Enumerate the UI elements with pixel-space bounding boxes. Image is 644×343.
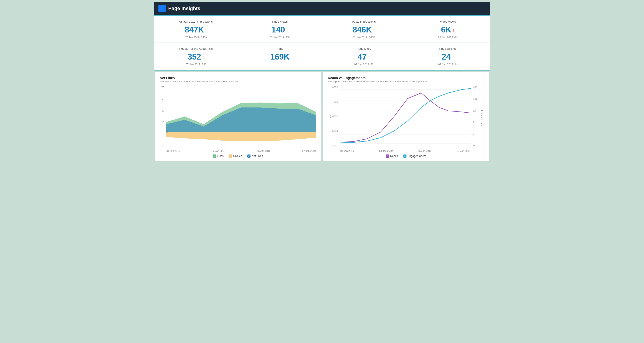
stat-card-1: Fans 169K: [238, 43, 322, 70]
page-header: f Page Insights: [154, 2, 490, 15]
stats-row-1: 08 Jan 2019: Impressions 847K↑ 07 Jan 20…: [154, 15, 490, 43]
trend-up-icon: ↑: [202, 54, 204, 60]
y-axis-label: 8K: [472, 121, 480, 124]
stat-value: 140↓: [243, 25, 318, 34]
y-axis-label: 12K: [472, 98, 480, 100]
page-container: f Page Insights 08 Jan 2019: Impressions…: [154, 2, 490, 162]
x-axis-label: 07 Jan 2019: [457, 150, 470, 152]
legend-swatch: ✓: [403, 154, 406, 158]
trend-down-icon: ↓: [452, 27, 455, 33]
stat-label: Posts Impressions: [326, 20, 401, 23]
trend-up-icon: ↑: [205, 27, 207, 33]
y-axis-label: 800K: [332, 86, 338, 89]
stat-number: 6K: [441, 25, 451, 34]
stat-prev: 07 Jan 2019: 336: [159, 63, 234, 66]
stat-label: Page Views: [243, 20, 318, 23]
x-axis-label: 05 Jan 2019: [418, 150, 432, 152]
stat-value: 24↑: [410, 52, 486, 61]
net-likes-chart-panel: – Net Likes Net likes shows the number o…: [155, 72, 321, 161]
y-axis-label: 70: [160, 86, 164, 89]
legend-label: Engaged Users: [408, 154, 426, 158]
stat-label: People Talking About This: [159, 47, 234, 50]
y-axis-label: 14K: [472, 86, 480, 89]
stat-number: 140: [272, 25, 285, 34]
trend-up-icon: ↑: [368, 54, 370, 60]
charts-section: – Net Likes Net likes shows the number o…: [154, 70, 490, 162]
reach-x-axis: 01 Jan 201903 Jan 201905 Jan 201907 Jan …: [340, 150, 471, 152]
stat-card-3: Page Unlikes 24↑ 07 Jan 2019: 14: [406, 43, 490, 70]
legend-item: ✓Net Likes: [248, 154, 263, 158]
reach-y-axis-title-right: Engaged Users: [480, 85, 484, 152]
stat-number: 47: [358, 52, 366, 61]
trend-up-icon: ↑: [452, 54, 454, 60]
reach-svg: [340, 85, 471, 148]
stat-card-0: 08 Jan 2019: Impressions 847K↑ 07 Jan 20…: [154, 16, 238, 42]
stat-value: 169K: [243, 52, 318, 61]
reach-legend: ✓Reach✓Engaged Users: [328, 154, 484, 158]
stat-card-2: Page Likes 47↑ 07 Jan 2019: 46: [322, 43, 406, 70]
stat-prev: 07 Jan 2019: 46: [326, 63, 401, 66]
reach-y-axis-left: 800K700K600K500K400K: [332, 85, 340, 152]
stat-prev: 07 Jan 2019: 154: [243, 36, 318, 39]
stat-label: Page Unlikes: [410, 47, 486, 50]
stat-label: 08 Jan 2019: Impressions: [159, 20, 234, 23]
net-likes-legend: ✓Likes✓Unlikes✓Net Likes: [160, 154, 316, 158]
x-axis-label: 03 Jan 2019: [212, 150, 226, 152]
stat-label: Video Views: [410, 20, 486, 23]
stat-value: 6K↓: [410, 25, 486, 34]
x-axis-label: 01 Jan 2019: [340, 150, 354, 152]
net-likes-y-axis: 705030100-10: [160, 85, 166, 152]
net-likes-x-axis: 01 Jan 201903 Jan 201905 Jan 201907 Jan …: [166, 150, 316, 152]
stat-value: 352↑: [159, 52, 234, 61]
stat-card-0: People Talking About This 352↑ 07 Jan 20…: [154, 43, 238, 70]
stat-label: Page Likes: [326, 47, 401, 50]
stat-value: 847K↑: [159, 25, 234, 34]
reach-chart-inner: 01 Jan 201903 Jan 201905 Jan 201907 Jan …: [340, 85, 471, 152]
net-likes-chart-title: Net Likes: [160, 76, 316, 80]
stat-value: 846K↑: [326, 25, 401, 34]
stat-number: 169K: [270, 52, 290, 61]
stat-card-3: Video Views 6K↓ 07 Jan 2019: 6K: [406, 16, 490, 42]
legend-swatch: ✓: [386, 154, 389, 158]
facebook-icon: f: [158, 5, 166, 12]
reach-chart-subtitle: The report shows the correlation between…: [328, 80, 484, 83]
legend-item: ✓Unlikes: [229, 154, 242, 158]
stat-number: 352: [188, 52, 201, 61]
legend-swatch: ✓: [229, 154, 232, 158]
x-axis-label: 07 Jan 2019: [302, 150, 316, 152]
stat-prev: 07 Jan 2019: 645K: [326, 36, 401, 39]
stat-card-1: Page Views 140↓ 07 Jan 2019: 154: [238, 16, 322, 42]
trend-down-icon: ↓: [286, 27, 288, 33]
trend-up-icon: ↑: [373, 27, 375, 33]
y-axis-label: 400K: [332, 144, 338, 147]
stat-label: Fans: [243, 47, 318, 50]
legend-item: ✓Likes: [213, 154, 224, 158]
stat-number: 847K: [185, 25, 204, 34]
stat-number: 846K: [352, 25, 372, 34]
x-axis-label: 03 Jan 2019: [379, 150, 393, 152]
stat-value: 47↑: [326, 52, 401, 61]
legend-item: ✓Reach: [386, 154, 398, 158]
y-axis-label: 500K: [332, 130, 338, 132]
y-axis-label: 700K: [332, 100, 338, 103]
stats-row-2: People Talking About This 352↑ 07 Jan 20…: [154, 43, 490, 70]
minimize-button[interactable]: –: [318, 72, 320, 77]
stat-card-2: Posts Impressions 846K↑ 07 Jan 2019: 645…: [322, 16, 406, 42]
y-axis-label: 50: [160, 98, 164, 100]
legend-item: ✓Engaged Users: [403, 154, 426, 158]
y-axis-label: 10K: [472, 109, 480, 112]
reach-y-axis-right: 14K12K10K8K6K4K: [471, 85, 480, 152]
legend-label: Net Likes: [252, 154, 263, 158]
net-likes-svg: [166, 85, 316, 148]
net-likes-chart-subtitle: Net likes shows the number of new likes …: [160, 80, 316, 83]
y-axis-label: 6K: [472, 133, 480, 135]
page-title: Page Insights: [168, 5, 200, 11]
y-axis-label: 4K: [472, 144, 480, 147]
y-axis-label: 30: [160, 109, 164, 112]
y-axis-label: 600K: [332, 115, 338, 118]
legend-swatch: ✓: [213, 154, 216, 158]
reach-chart-panel: Reach vs Engagements The report shows th…: [323, 72, 489, 161]
net-likes-chart-inner: 01 Jan 201903 Jan 201905 Jan 201907 Jan …: [166, 85, 316, 152]
reach-y-axis-title-left: Reach: [328, 85, 332, 152]
legend-swatch: ✓: [248, 154, 250, 158]
